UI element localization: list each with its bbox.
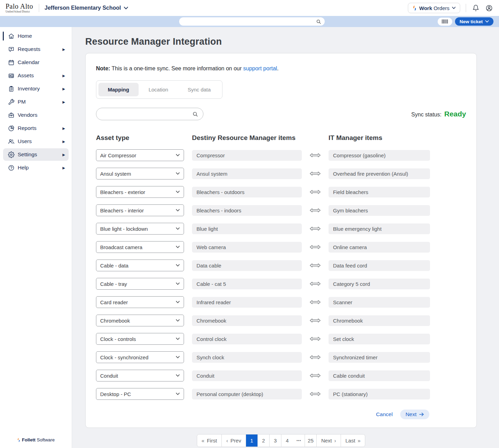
work-orders-selector[interactable]: Work Orders xyxy=(408,3,460,13)
district-subtitle: Unified School District xyxy=(6,10,33,13)
destiny-item: Bleachers - outdoors xyxy=(192,187,302,197)
tab-group: Mapping Location Sync data xyxy=(96,80,222,99)
two-way-arrow-icon xyxy=(302,207,329,213)
asset-type-select[interactable]: Blue light - lockdown xyxy=(96,223,184,235)
help-icon xyxy=(8,165,15,171)
asset-type-select[interactable]: Chromebook xyxy=(96,315,184,326)
sidebar-item[interactable]: Help ▶ xyxy=(3,161,69,174)
barcode-icon xyxy=(442,19,448,24)
chevron-down-icon xyxy=(176,209,180,212)
submenu-arrow-icon: ▶ xyxy=(62,126,65,130)
search-icon[interactable] xyxy=(192,111,198,117)
cancel-button[interactable]: Cancel xyxy=(376,411,393,418)
pagination-page-button[interactable]: 1 xyxy=(246,434,258,447)
global-search-input[interactable] xyxy=(179,19,316,24)
search-icon[interactable] xyxy=(316,19,321,24)
sidebar-item[interactable]: Assets ▶ xyxy=(3,69,69,82)
main-content: Resource Manager Integration Note: This … xyxy=(72,27,499,448)
mapping-row: Bleachers - interior Bleachers - indoors… xyxy=(96,204,466,216)
pagination-ellipsis: ••• xyxy=(293,434,305,447)
two-way-arrow-icon xyxy=(302,299,329,305)
sidebar-item[interactable]: Vendors ▶ xyxy=(3,109,69,121)
pagination: «First ‹Prev 1 2 3 4 ••• 25 Next› Last» xyxy=(197,434,365,447)
account-avatar-icon[interactable] xyxy=(485,4,493,12)
double-chevron-right-icon: » xyxy=(358,438,360,443)
asset-type-select[interactable]: Conduit xyxy=(96,370,184,381)
chevron-down-icon xyxy=(176,393,180,395)
asset-type-select[interactable]: Bleachers - interior xyxy=(96,204,184,216)
asset-type-select[interactable]: Clock - synchronized xyxy=(96,351,184,363)
it-manager-item: PC (stationary) xyxy=(329,389,430,399)
sidebar-item[interactable]: PM ▶ xyxy=(3,96,69,108)
chevron-down-icon xyxy=(176,227,180,230)
pagination-prev-button[interactable]: ‹Prev xyxy=(222,434,246,447)
sidebar-item[interactable]: Inventory ▶ xyxy=(3,82,69,95)
pagination-first-button[interactable]: «First xyxy=(197,434,222,447)
double-chevron-left-icon: « xyxy=(202,438,204,443)
sidebar-item[interactable]: Users ▶ xyxy=(3,135,69,148)
next-button[interactable]: Next xyxy=(400,410,429,419)
pagination-last-page-button[interactable]: 25 xyxy=(305,434,317,447)
pagination-page-button[interactable]: 3 xyxy=(270,434,281,447)
district-logo: Palo Alto Unified School District xyxy=(6,3,33,13)
destiny-item: Control clock xyxy=(192,334,302,344)
pagination-last-button[interactable]: Last» xyxy=(341,434,365,447)
pagination-next-button[interactable]: Next› xyxy=(317,434,341,447)
asset-type-select[interactable]: Cable - tray xyxy=(96,278,184,290)
asset-type-select[interactable]: Ansul system xyxy=(96,168,184,179)
school-name: Jefferson Elementary School xyxy=(45,5,121,11)
school-selector[interactable]: Jefferson Elementary School xyxy=(45,5,129,11)
submenu-arrow-icon: ▶ xyxy=(62,74,65,78)
mapping-row: Chromebook Chromebook Chromebook xyxy=(96,315,466,326)
vendors-icon xyxy=(8,112,15,118)
it-manager-item: Cable conduit xyxy=(329,370,430,381)
mapping-row: Cable - data Data cable Data feed cord xyxy=(96,260,466,271)
two-way-arrow-icon xyxy=(302,372,329,379)
barcode-scan-button[interactable] xyxy=(438,18,452,26)
column-headers: Asset type Destiny Resource Manager item… xyxy=(96,134,466,142)
tab[interactable]: Location xyxy=(139,83,178,96)
pagination-page-button[interactable]: 2 xyxy=(258,434,270,447)
requests-icon xyxy=(8,46,15,53)
asset-type-select[interactable]: Desktop - PC xyxy=(96,388,184,400)
it-manager-header: IT Manager items xyxy=(329,134,430,142)
integration-card: Note: This is a one-time sync. See more … xyxy=(85,53,477,428)
asset-type-select[interactable]: Air Compressor xyxy=(96,149,184,161)
submenu-arrow-icon: ▶ xyxy=(62,100,65,104)
pagination-page-button[interactable]: 4 xyxy=(281,434,293,447)
chevron-down-icon xyxy=(176,154,180,157)
sidebar-item[interactable]: Home ▶ xyxy=(3,30,69,42)
chevron-down-icon xyxy=(176,246,180,248)
submenu-arrow-icon: ▶ xyxy=(62,87,65,91)
chevron-down-icon xyxy=(176,282,180,285)
follett-software-logo: FollettSoftware xyxy=(0,437,72,442)
follett-logo-icon xyxy=(17,438,20,442)
tab[interactable]: Mapping xyxy=(98,83,139,96)
sidebar-item[interactable]: Settings ▶ xyxy=(3,148,69,161)
sidebar-item[interactable]: Calendar ▶ xyxy=(3,56,69,69)
support-portal-link[interactable]: support portal xyxy=(243,65,277,71)
two-way-arrow-icon xyxy=(302,317,329,324)
two-way-arrow-icon xyxy=(302,354,329,360)
reports-icon xyxy=(8,125,15,132)
sidebar-item[interactable]: Reports ▶ xyxy=(3,122,69,134)
two-way-arrow-icon xyxy=(302,244,329,250)
destiny-item: Web camera xyxy=(192,242,302,253)
notifications-bell-icon[interactable] xyxy=(472,4,480,12)
chevron-down-icon xyxy=(176,319,180,322)
tab[interactable]: Sync data xyxy=(178,83,220,96)
asset-type-select[interactable]: Cable - data xyxy=(96,260,184,271)
mapping-row: Card reader Infrared reader Scanner xyxy=(96,296,466,308)
calendar-icon xyxy=(8,59,15,66)
asset-type-select[interactable]: Clock - controls xyxy=(96,333,184,345)
mapping-row: Bleachers - exterior Bleachers - outdoor… xyxy=(96,186,466,198)
sync-status-label: Sync status: xyxy=(411,112,441,118)
home-icon xyxy=(8,33,15,39)
asset-type-select[interactable]: Card reader xyxy=(96,296,184,308)
mapping-search-input[interactable] xyxy=(96,111,192,117)
new-ticket-button[interactable]: New ticket xyxy=(455,17,493,26)
asset-type-select[interactable]: Bleachers - exterior xyxy=(96,186,184,198)
asset-type-select[interactable]: Broadcast camera xyxy=(96,241,184,253)
two-way-arrow-icon xyxy=(302,281,329,287)
sidebar-item[interactable]: Requests ▶ xyxy=(3,43,69,55)
